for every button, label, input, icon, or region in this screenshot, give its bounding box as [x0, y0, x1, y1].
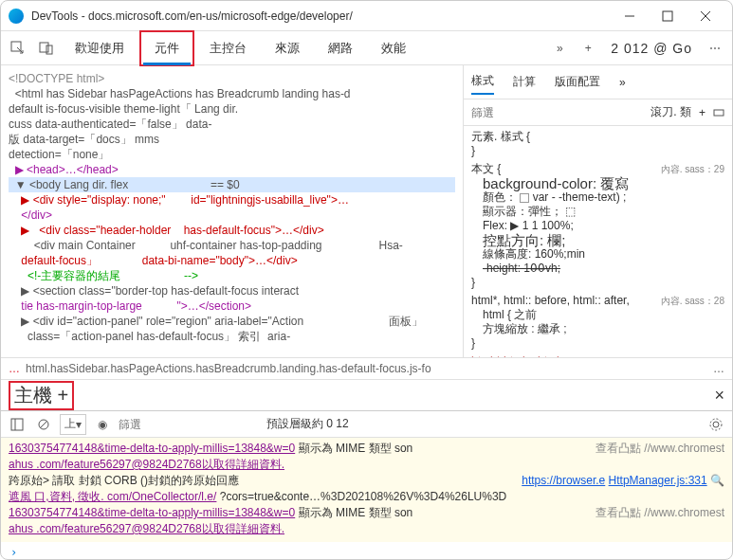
- minimize-button[interactable]: [611, 3, 649, 29]
- add-rule-icon[interactable]: +: [699, 106, 706, 119]
- tab-elements[interactable]: 元件: [139, 30, 194, 66]
- tab-console[interactable]: 主控台: [196, 32, 260, 64]
- styles-panel: 樣式 計算 版面配置 » 滾刀. 類 + 元素. 樣式 {}本文 {內容. sa…: [463, 65, 732, 357]
- svg-point-13: [710, 419, 722, 430]
- svg-rect-5: [40, 43, 48, 52]
- window-titlebar: DevTools - docs.microsoft.com/en-us/micr…: [1, 1, 732, 31]
- more-tabs-icon[interactable]: »: [546, 35, 573, 62]
- svg-rect-7: [714, 110, 724, 116]
- breadcrumb-path[interactable]: html.hasSidebar.hasPageActions.hasBreadc…: [26, 362, 431, 375]
- svg-point-12: [713, 422, 719, 427]
- console-filter-input[interactable]: [119, 418, 261, 431]
- console-settings-icon[interactable]: [706, 414, 726, 435]
- more-options-icon[interactable]: ⋯: [702, 35, 728, 62]
- context-selector[interactable]: 上 ▾: [60, 414, 86, 435]
- styles-tab-layout[interactable]: 版面配置: [555, 70, 600, 94]
- inspect-icon[interactable]: [5, 35, 31, 62]
- svg-line-11: [40, 421, 47, 428]
- styles-rules[interactable]: 元素. 樣式 {}本文 {內容. sass：29background-color…: [464, 126, 732, 357]
- styles-filter-input[interactable]: [471, 106, 643, 119]
- host-label[interactable]: 主機 +: [9, 381, 74, 410]
- app-icon: [9, 9, 24, 24]
- window-title: DevTools - docs.microsoft.com/en-us/micr…: [31, 9, 611, 23]
- svg-rect-1: [663, 11, 672, 21]
- live-expression-icon[interactable]: ◉: [92, 414, 113, 435]
- clear-console-icon[interactable]: [33, 414, 54, 435]
- viewport-size: 2 012 @ Go: [603, 41, 700, 56]
- add-tab-icon[interactable]: +: [575, 35, 601, 62]
- elements-tree[interactable]: <!DOCTYPE html> <html has Sidebar hasPag…: [1, 65, 463, 357]
- console-sidebar-icon[interactable]: [7, 414, 27, 435]
- tab-performance[interactable]: 效能: [368, 32, 419, 64]
- drawer-hostbar: 主機 + ×: [1, 379, 732, 411]
- tab-network[interactable]: 網路: [315, 32, 366, 64]
- breadcrumb-more[interactable]: …: [713, 362, 724, 375]
- styles-filter-bar: 滾刀. 類 +: [464, 99, 732, 126]
- console-prompt[interactable]: ›: [1, 542, 732, 560]
- more-styles-tabs-icon[interactable]: »: [619, 76, 626, 89]
- resize-icon[interactable]: [713, 105, 724, 119]
- svg-rect-6: [46, 45, 52, 54]
- styles-tab-computed[interactable]: 計算: [513, 70, 536, 94]
- close-button[interactable]: [687, 3, 724, 29]
- dom-breadcrumb[interactable]: … html.hasSidebar.hasPageActions.hasBrea…: [1, 357, 732, 379]
- styles-tab-styles[interactable]: 樣式: [471, 69, 494, 95]
- device-icon[interactable]: [33, 35, 60, 62]
- drawer-close-icon[interactable]: ×: [714, 386, 724, 406]
- tab-sources[interactable]: 來源: [262, 32, 313, 64]
- maximize-button[interactable]: [649, 3, 687, 29]
- log-levels[interactable]: 預設層級約 0 12: [266, 416, 349, 432]
- tab-welcome[interactable]: 歡迎使用: [62, 32, 137, 64]
- hov-toggle[interactable]: 滾刀. 類: [651, 104, 691, 120]
- styles-tabs: 樣式 計算 版面配置 »: [464, 65, 732, 99]
- console-toolbar: 上 ▾ ◉ 預設層級約 0 12: [1, 411, 732, 438]
- breadcrumb-ellipsis[interactable]: …: [9, 362, 20, 375]
- svg-rect-8: [11, 419, 23, 430]
- main-toolbar: 歡迎使用 元件 主控台 來源 網路 效能 » + 2 012 @ Go ⋯: [1, 31, 732, 65]
- console-output[interactable]: 16303754774148&time-delta-to-apply-milli…: [1, 438, 732, 542]
